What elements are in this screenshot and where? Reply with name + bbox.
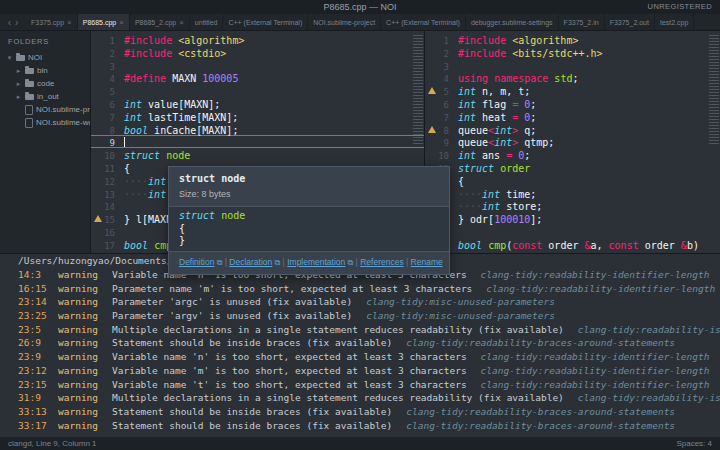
tab-noi-sublime-project[interactable]: NOI.sublime-project — [308, 14, 381, 30]
tab-f3375-cpp[interactable]: F3375.cpp× — [26, 14, 78, 30]
sidebar-item-noi[interactable]: ▾NOI — [0, 51, 90, 64]
diagnostic-severity: warning — [58, 282, 112, 296]
diagnostic-row[interactable]: 33:17warningStatement should be inside b… — [0, 419, 720, 433]
code-line[interactable]: 6int value[MAXN]; — [91, 97, 424, 110]
tab-close-icon[interactable]: × — [119, 18, 124, 27]
diagnostic-severity: warning — [58, 350, 112, 364]
tab-label: debugger.sublime-settings — [471, 19, 553, 26]
sidebar-item-in-out[interactable]: ▸in_out — [0, 90, 90, 103]
sidebar-item-bin[interactable]: ▸bin — [0, 64, 90, 77]
tab-nav-forward-icon[interactable]: › — [15, 17, 18, 28]
tooltip-link-references[interactable]: References — [360, 257, 403, 267]
diagnostic-row[interactable]: 23:14warningParameter 'argc' is unused (… — [0, 295, 720, 309]
diagnostic-rule: clang-tidy:readability-identifier-length — [481, 269, 710, 280]
code-line[interactable]: 2#include <cstdio> — [91, 46, 424, 59]
code-line[interactable]: 1#include <algorithm> — [91, 33, 424, 46]
diagnostics-panel: /Users/huzongyao/Documents/pr 14:3warnin… — [0, 253, 720, 437]
diagnostic-rule: clang-tidy:readability-identifier-length — [481, 365, 710, 376]
tab-debugger-sublime-settings[interactable]: debugger.sublime-settings — [466, 14, 559, 30]
tooltip-link-declaration[interactable]: Declaration — [229, 257, 272, 267]
tab-close-icon[interactable]: × — [179, 18, 184, 27]
code-line[interactable]: 6int flag = 0; — [425, 97, 720, 110]
tab-p8685-2-cpp[interactable]: P8685_2.cpp× — [130, 14, 190, 30]
code-line[interactable]: 10struct node — [91, 148, 424, 161]
tooltip-link-rename[interactable]: Rename — [411, 257, 443, 267]
code-line[interactable]: 17bool cmp(const order &a, const order &… — [425, 238, 720, 251]
diagnostic-row[interactable]: 23:5warningMultiple declarations in a si… — [0, 323, 720, 337]
tab-test2-cpp[interactable]: test2.cpp — [655, 14, 694, 30]
minimap-right[interactable] — [709, 35, 719, 145]
tab-untitled[interactable]: untitled — [190, 14, 224, 30]
diagnostic-severity: warning — [58, 323, 112, 337]
chevron-right-icon: ▸ — [15, 64, 22, 77]
code-line[interactable]: 4#define MAXN 100005 — [91, 71, 424, 84]
diagnostic-message: Statement should be inside braces (fix a… — [112, 420, 392, 431]
code-line[interactable]: 9 — [91, 135, 424, 148]
diagnostic-message: Variable name 'n' is too short, expected… — [112, 351, 467, 362]
code-line[interactable]: 11struct order — [425, 161, 720, 174]
code-line[interactable]: 3 — [425, 59, 720, 72]
tab-label: C++ (External Terminal) — [228, 19, 302, 26]
code-text: } l[MAXN — [124, 214, 172, 225]
code-line[interactable]: 3 — [91, 59, 424, 72]
diagnostic-location: 14:3 — [18, 268, 58, 282]
sidebar-item-noi-sublime-project[interactable]: NOI.sublime-project — [0, 103, 90, 116]
link-separator: | — [404, 257, 411, 267]
diagnostic-row[interactable]: 16:15warningParameter name 'm' is too sh… — [0, 282, 720, 296]
tab-f3375-2-in[interactable]: F3375_2.in — [559, 14, 605, 30]
code-line[interactable]: 5 — [91, 84, 424, 97]
code-line[interactable]: 12{ — [425, 174, 720, 187]
chevron-right-icon: ▸ — [15, 77, 22, 90]
diagnostic-row[interactable]: 23:12warningVariable name 'm' is too sho… — [0, 364, 720, 378]
code-line[interactable]: 7int lastTime[MAXN]; — [91, 110, 424, 123]
diagnostic-message: Parameter name 'm' is too short, expecte… — [112, 283, 472, 294]
code-line[interactable]: 8queue<int> q; — [425, 123, 720, 136]
diagnostic-row[interactable]: 23:9warningVariable name 'n' is too shor… — [0, 350, 720, 364]
warning-icon — [428, 126, 436, 133]
diagnostic-row[interactable]: 23:25warningParameter 'argv' is unused (… — [0, 309, 720, 323]
tab-nav-back-icon[interactable]: ‹ — [8, 17, 11, 28]
code-line[interactable]: 14····int store; — [425, 199, 720, 212]
code-line[interactable]: 15} odr[100010]; — [425, 212, 720, 225]
code-line[interactable]: 5int n, m, t; — [425, 84, 720, 97]
diagnostic-rule: clang-tidy:readability-braces-around-sta… — [406, 406, 675, 417]
diagnostic-row[interactable]: 33:13warningStatement should be inside b… — [0, 405, 720, 419]
code-line[interactable]: 16 — [425, 225, 720, 238]
diagnostic-message: Variable name 't' is too short, expected… — [112, 379, 467, 390]
tab-p8685-cpp[interactable]: P8685.cpp× — [78, 14, 130, 30]
diagnostic-row[interactable]: 23:15warningVariable name 't' is too sho… — [0, 378, 720, 392]
diagnostic-row[interactable]: 26:9warningStatement should be inside br… — [0, 336, 720, 350]
code-text: { — [124, 163, 130, 174]
tab-close-icon[interactable]: × — [67, 18, 72, 27]
tab-c-external-terminal[interactable]: C++ (External Terminal) — [223, 14, 308, 30]
code-line[interactable]: 10int ans = 0; — [425, 148, 720, 161]
diagnostic-message: Statement should be inside braces (fix a… — [112, 337, 392, 348]
code-line[interactable]: 7int heat = 0; — [425, 110, 720, 123]
status-indentation[interactable]: Spaces: 4 — [676, 439, 712, 448]
code-line[interactable]: 4using namespace std; — [425, 71, 720, 84]
minimap-left[interactable] — [413, 35, 423, 145]
diagnostic-message: Parameter 'argc' is unused (fix availabl… — [112, 296, 352, 307]
folder-icon — [25, 81, 34, 87]
code-line[interactable]: 2#include <bits/stdc++.h> — [425, 46, 720, 59]
tooltip-code: struct node{} — [169, 206, 449, 252]
sidebar-item-label: code — [37, 77, 54, 90]
diagnostic-row[interactable]: 31:9warningMultiple declarations in a si… — [0, 391, 720, 405]
diagnostics-list: 14:3warningVariable name 'n' is too shor… — [0, 268, 720, 432]
code-text: int n, m, t; — [458, 86, 530, 97]
editor-pane-right[interactable]: 1#include <algorithm>2#include <bits/std… — [424, 31, 720, 253]
code-line[interactable]: 1#include <algorithm> — [425, 33, 720, 46]
code-line[interactable]: 9queue<int> qtmp; — [425, 135, 720, 148]
tooltip-link-implementation[interactable]: Implementation — [287, 257, 345, 267]
diagnostic-message: Statement should be inside braces (fix a… — [112, 406, 392, 417]
tab-label: P8685_2.cpp — [135, 19, 176, 26]
code-line[interactable]: 8bool inCache[MAXN]; — [91, 123, 424, 136]
sidebar-item-code[interactable]: ▸code — [0, 77, 90, 90]
sidebar-item-noi-sublime-workspace[interactable]: NOI.sublime-workspace — [0, 116, 90, 129]
tab-c-external-terminal[interactable]: C++ (External Terminal) — [381, 14, 466, 30]
code-text: ····int — [124, 189, 166, 200]
tooltip-link-definition[interactable]: Definition — [179, 257, 214, 267]
tab-f3375-2-out[interactable]: F3375_2.out — [605, 14, 655, 30]
diagnostic-severity: warning — [58, 268, 112, 282]
code-line[interactable]: 13····int time; — [425, 187, 720, 200]
